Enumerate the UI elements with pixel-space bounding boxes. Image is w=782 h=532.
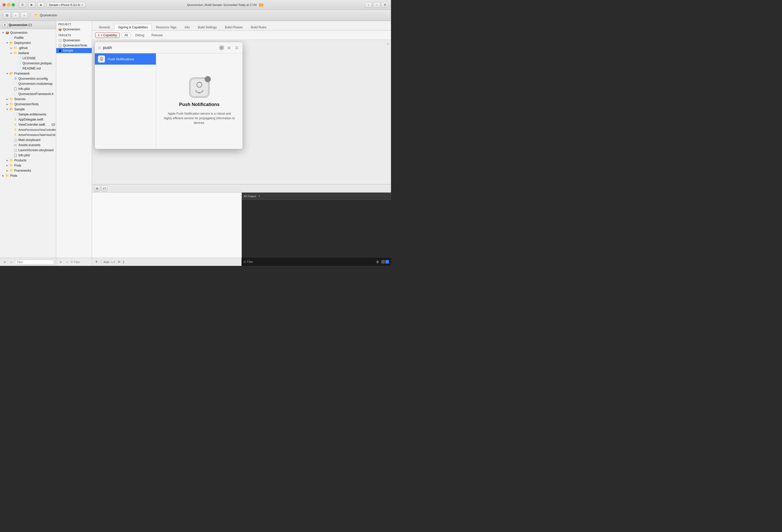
project-item-label-qconversion: Qconversion bbox=[63, 28, 80, 31]
sidebar-item-readme[interactable]: 📄 README.md bbox=[0, 66, 56, 71]
sidebar-remove-button[interactable]: − bbox=[9, 260, 14, 264]
sidebar-label-info-plist: Info.plist bbox=[19, 87, 30, 91]
sidebar-item-launchscreen[interactable]: ⬜ LaunchScreen.storyboard bbox=[0, 148, 56, 153]
sidebar-add-button[interactable]: + bbox=[2, 260, 8, 264]
add-capability-button[interactable]: + + Capability bbox=[95, 32, 119, 38]
sidebar-item-viewcontroller[interactable]: S ViewController.swift M bbox=[0, 122, 56, 127]
sidebar-item-entitlements[interactable]: 📄 Sample.entitlements bbox=[0, 112, 56, 117]
sidebar-item-fastlane[interactable]: ▶ 📁 fastlane bbox=[0, 50, 56, 56]
popup-close-button[interactable]: × bbox=[219, 45, 224, 50]
bottom-trash-button[interactable]: 🗑 bbox=[376, 260, 379, 264]
tab-signing-capabilities[interactable]: Signing & Capabilities bbox=[114, 24, 152, 30]
tab-resource-tags[interactable]: Resource Tags bbox=[152, 24, 180, 30]
project-add-button[interactable]: + bbox=[58, 260, 63, 265]
popup-grid-view-button[interactable]: ⊞ bbox=[226, 45, 232, 50]
sidebar-label-viewcontroller: ViewController.swift bbox=[19, 123, 45, 126]
sidebar-item-deployment[interactable]: ▼ 📂 Deployment bbox=[0, 40, 56, 45]
run-button[interactable]: ▶ bbox=[28, 2, 35, 8]
tab-build-settings[interactable]: Build Settings bbox=[194, 24, 220, 30]
sidebar-item-framework[interactable]: ▼ 📂 Framework bbox=[0, 71, 56, 76]
sidebar-item-modulemap[interactable]: 📄 Qconversion.modulemap bbox=[0, 81, 56, 86]
products-arrow-icon: ▶ bbox=[5, 159, 9, 162]
bottom-layout-btn-2[interactable] bbox=[385, 260, 389, 264]
back-nav-button[interactable]: ‹ bbox=[365, 2, 372, 8]
maximize-button[interactable] bbox=[12, 3, 15, 6]
sidebar-item-podspec[interactable]: 📄 Qconversion.podspec bbox=[0, 61, 56, 66]
search-popup[interactable]: ⊙ × ⊞ ☰ bbox=[95, 42, 243, 149]
project-item-sample-target[interactable]: 📱 Sample bbox=[56, 48, 92, 53]
bottom-add-button[interactable]: + bbox=[94, 260, 99, 265]
sidebar-label-qconversion-tests: QconversionTests bbox=[14, 103, 39, 106]
auto-chevron-icon: ▲▼ bbox=[111, 261, 115, 263]
minimize-button[interactable] bbox=[7, 3, 10, 6]
sidebar-label-appdelegate: AppDelegate.swift bbox=[19, 118, 43, 121]
tab-build-rules[interactable]: Build Rules bbox=[247, 24, 271, 30]
project-item-qconversion-tests-target[interactable]: 📋 QconversionTests bbox=[56, 43, 92, 48]
sidebar-item-info-plist[interactable]: 📋 Info.plist bbox=[0, 86, 56, 91]
layout-toggle-button[interactable]: ⊞ bbox=[381, 2, 388, 8]
bottom-layout-btn-1[interactable] bbox=[381, 260, 385, 264]
cap-release-tab[interactable]: Release bbox=[149, 33, 165, 38]
sidebar-item-main-storyboard[interactable]: ⬜ Main.storyboard bbox=[0, 138, 56, 143]
sidebar-label-modulemap: Qconversion.modulemap bbox=[19, 82, 52, 85]
sidebar-filter-input[interactable] bbox=[15, 260, 54, 264]
sidebar-item-podfile[interactable]: 📄 Podfile bbox=[0, 35, 56, 40]
sidebar-item-info-plist2[interactable]: 📋 Info.plist bbox=[0, 153, 56, 158]
titlebar-right-controls: ‹ › ⊞ bbox=[365, 2, 388, 8]
pods-root-arrow-icon: ▶ bbox=[1, 175, 5, 177]
bottom-eye-icon[interactable]: 👁 bbox=[117, 260, 121, 264]
close-x-icon: × bbox=[220, 46, 222, 49]
popup-search-input[interactable] bbox=[103, 45, 217, 50]
project-remove-button[interactable]: − bbox=[64, 260, 70, 265]
device-selector[interactable]: Sample › iPhone 8 (12.4) ▼ bbox=[46, 2, 85, 8]
project-item-qconversion-target[interactable]: ⬜ Qconversion bbox=[56, 38, 92, 43]
sidebar-toggle-button[interactable]: ☰ bbox=[19, 2, 26, 8]
cap-debug-tab[interactable]: Debug bbox=[133, 33, 147, 38]
sidebar-item-activepermissions-vc[interactable]: S ActivePermissionsViewController.swift bbox=[0, 127, 56, 132]
sidebar-item-license[interactable]: 📄 LICENSE bbox=[0, 56, 56, 61]
bottom-tag-view-button[interactable]: 🏷 bbox=[101, 185, 107, 192]
main-layout: ▼ Qconversion M ▼ 📦 Qconversion 📄 Podfi bbox=[0, 21, 391, 266]
sidebar-label-framework: Framework bbox=[14, 72, 30, 75]
sidebar-item-framework-h[interactable]: 📄 QconversionFramework.h bbox=[0, 91, 56, 97]
popup-list-view-button[interactable]: ☰ bbox=[234, 45, 240, 50]
navigator-toggle-button[interactable]: ⊞ bbox=[3, 12, 11, 18]
bottom-grid-view-button[interactable]: ⊞ bbox=[94, 185, 100, 192]
sidebar-label-pods-inner: Pods bbox=[14, 164, 21, 167]
bottom-info-icon[interactable]: ℹ bbox=[123, 260, 124, 264]
toolbar-forward-button[interactable]: › bbox=[21, 12, 28, 18]
forward-nav-button[interactable]: › bbox=[373, 2, 380, 8]
sidebar-item-xcconfig[interactable]: ⚙ Qconversion.xcconfig bbox=[0, 76, 56, 81]
toolbar-back-button[interactable]: ‹ bbox=[12, 12, 20, 18]
project-navigator-footer: + − ⊙ Filter bbox=[56, 258, 92, 266]
sidebar-item-frameworks[interactable]: ▶ 📁 Frameworks bbox=[0, 168, 56, 173]
tab-build-phases[interactable]: Build Phases bbox=[221, 24, 247, 30]
tab-info[interactable]: Info bbox=[181, 24, 193, 30]
project-item-qconversion[interactable]: 📦 Qconversion bbox=[56, 27, 92, 32]
stop-button[interactable]: ■ bbox=[37, 2, 44, 8]
sidebar-item-sample[interactable]: ▼ 📂 Sample bbox=[0, 107, 56, 112]
sidebar-item-appdelegate[interactable]: S AppDelegate.swift bbox=[0, 117, 56, 122]
sidebar-m-badge: M bbox=[28, 24, 32, 26]
sidebar-item-assets[interactable]: 🗃 Assets.xcassets bbox=[0, 143, 56, 148]
close-button[interactable] bbox=[3, 3, 6, 6]
sidebar-item-activepermissions-cell[interactable]: S ActivePermissionsTableViewCell.swift bbox=[0, 132, 56, 138]
sidebar-item-qconversion-root[interactable]: ▼ 📦 Qconversion bbox=[0, 30, 56, 35]
sidebar-item-sources[interactable]: ▶ 📁 Sources bbox=[0, 97, 56, 102]
sidebar-item-pods-root[interactable]: ▶ 📁 Pods bbox=[0, 173, 56, 178]
github-arrow-icon: ▶ bbox=[9, 47, 13, 49]
sidebar-item-qconversion-tests[interactable]: ▶ 📁 QconversionTests bbox=[0, 102, 56, 107]
sidebar-item-pods-inner[interactable]: ▶ 📁 Pods bbox=[0, 163, 56, 168]
sidebar-item-products[interactable]: ▶ 📁 Products bbox=[0, 158, 56, 163]
popup-list-item-push-notifications[interactable]: Push Notifications bbox=[95, 53, 156, 65]
podspec-file-icon: 📄 bbox=[17, 61, 22, 65]
qconversion-project-icon: 📦 bbox=[58, 28, 62, 31]
tab-general[interactable]: General bbox=[95, 24, 114, 30]
warning-badge[interactable]: 3 bbox=[259, 3, 263, 7]
sidebar-item-github[interactable]: ▶ 📁 .github bbox=[0, 45, 56, 50]
add-capability-label: + Capability bbox=[101, 33, 117, 37]
deployment-folder-icon: 📂 bbox=[9, 41, 13, 45]
license-file-icon: 📄 bbox=[17, 56, 22, 60]
sidebar-header-btn[interactable]: ▼ bbox=[2, 23, 8, 27]
segment-all-button[interactable]: All bbox=[122, 33, 130, 38]
